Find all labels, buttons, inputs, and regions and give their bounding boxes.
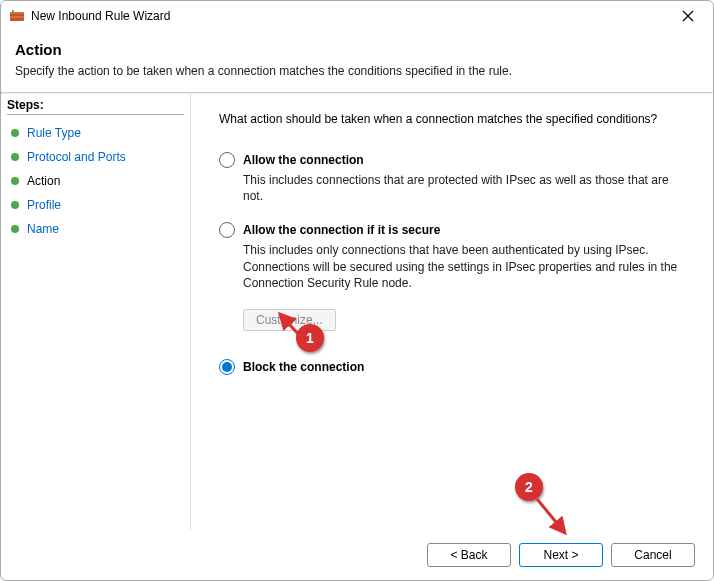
bullet-icon	[11, 153, 19, 161]
radio-icon	[219, 359, 235, 375]
page-subtitle: Specify the action to be taken when a co…	[15, 64, 699, 78]
radio-icon	[219, 222, 235, 238]
titlebar: New Inbound Rule Wizard	[1, 1, 713, 31]
step-label: Profile	[27, 198, 61, 212]
radio-allow-secure[interactable]: Allow the connection if it is secure	[219, 222, 685, 238]
sidebar-item-profile[interactable]: Profile	[7, 193, 184, 217]
next-button[interactable]: Next >	[519, 543, 603, 567]
close-icon	[682, 10, 694, 22]
step-label: Action	[27, 174, 60, 188]
radio-desc-secure: This includes only connections that have…	[243, 242, 683, 291]
bullet-icon	[11, 225, 19, 233]
main-panel: What action should be taken when a conne…	[191, 94, 713, 530]
window-title: New Inbound Rule Wizard	[31, 9, 673, 23]
main-prompt: What action should be taken when a conne…	[219, 112, 685, 126]
step-label: Name	[27, 222, 59, 236]
firewall-icon	[9, 8, 25, 24]
radio-label: Allow the connection if it is secure	[243, 223, 440, 237]
close-button[interactable]	[673, 4, 703, 28]
radio-label: Block the connection	[243, 360, 364, 374]
svg-rect-3	[12, 10, 14, 13]
page-title: Action	[15, 41, 699, 58]
steps-heading: Steps:	[7, 98, 184, 115]
radio-label: Allow the connection	[243, 153, 364, 167]
sidebar-item-name[interactable]: Name	[7, 217, 184, 241]
step-label: Rule Type	[27, 126, 81, 140]
radio-block-connection[interactable]: Block the connection	[219, 359, 685, 375]
radio-icon	[219, 152, 235, 168]
content-area: Steps: Rule Type Protocol and Ports Acti…	[1, 94, 713, 530]
sidebar-item-rule-type[interactable]: Rule Type	[7, 121, 184, 145]
wizard-header: Action Specify the action to be taken wh…	[1, 31, 713, 92]
svg-rect-2	[10, 16, 24, 18]
radio-allow-connection[interactable]: Allow the connection	[219, 152, 685, 168]
sidebar-item-protocol-ports[interactable]: Protocol and Ports	[7, 145, 184, 169]
bullet-icon	[11, 177, 19, 185]
step-label: Protocol and Ports	[27, 150, 126, 164]
wizard-footer: < Back Next > Cancel	[1, 530, 713, 580]
back-button[interactable]: < Back	[427, 543, 511, 567]
customize-button: Customize...	[243, 309, 336, 331]
bullet-icon	[11, 129, 19, 137]
radio-desc-allow: This includes connections that are prote…	[243, 172, 683, 204]
sidebar-item-action[interactable]: Action	[7, 169, 184, 193]
steps-sidebar: Steps: Rule Type Protocol and Ports Acti…	[1, 94, 191, 530]
bullet-icon	[11, 201, 19, 209]
cancel-button[interactable]: Cancel	[611, 543, 695, 567]
